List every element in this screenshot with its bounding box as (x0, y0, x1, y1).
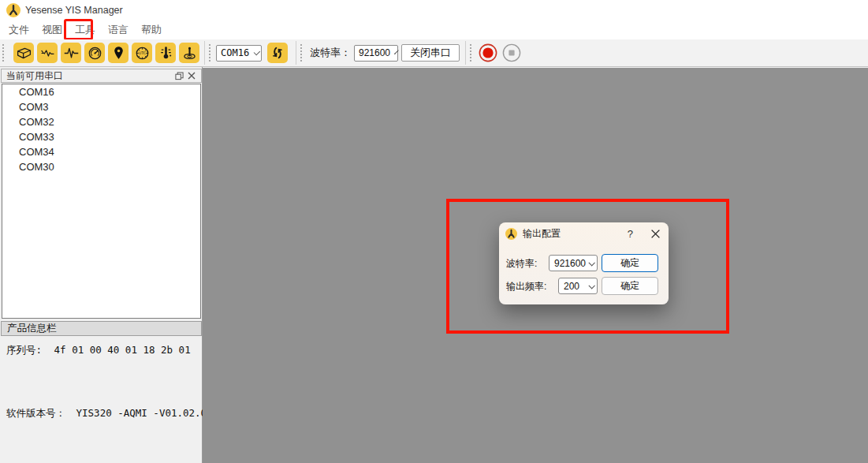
baud-rate-select[interactable]: 921600 (354, 45, 398, 62)
probe-icon[interactable] (179, 43, 199, 63)
list-item-port[interactable]: COM32 (2, 114, 200, 129)
gauge-icon[interactable] (84, 43, 105, 63)
serial-number-line: 序列号: 4f 01 00 40 01 18 2b 01 (6, 344, 191, 357)
toolbar-grip[interactable] (209, 44, 212, 62)
baud-rate-row: 波特率: 921600 确定 (505, 255, 662, 272)
dialog-baud-value: 921600 (554, 258, 586, 269)
attitude-waveform-icon[interactable] (37, 43, 58, 63)
refresh-ports-button[interactable] (267, 43, 288, 63)
list-item-port[interactable]: COM16 (2, 84, 200, 99)
thermometer-icon[interactable] (155, 43, 176, 63)
chevron-down-icon (254, 48, 260, 54)
record-button[interactable] (478, 43, 498, 63)
toolbar-separator (296, 41, 296, 65)
ports-panel-header: 当前可用串口 (1, 69, 202, 83)
main-workspace: 输出配置 ? 波特率: 921600 确定 输出频率: 200 (203, 68, 868, 463)
dialog-output-rate-label: 输出频率: (506, 280, 546, 293)
toolbar-grip[interactable] (470, 44, 473, 62)
yesense-logo-icon (6, 3, 20, 17)
chevron-down-icon (588, 260, 594, 266)
list-item-port[interactable]: COM3 (2, 99, 200, 114)
toolbar: UTC COM16 波特率： 921600 关闭串口 (0, 39, 868, 67)
close-serial-port-button[interactable]: 关闭串口 (401, 44, 460, 62)
chevron-down-icon (588, 282, 594, 289)
list-item-port[interactable]: COM34 (2, 144, 200, 159)
product-info-title: 产品信息栏 (7, 322, 57, 335)
menu-help[interactable]: 帮助 (140, 21, 162, 39)
menu-bar: 文件 视图 工具 语言 帮助 (0, 21, 868, 39)
menu-language[interactable]: 语言 (107, 21, 129, 39)
dialog-output-rate-value: 200 (564, 281, 579, 292)
dialog-title: 输出配置 (523, 227, 628, 241)
ports-panel-title: 当前可用串口 (6, 69, 173, 83)
available-ports-list: COM16 COM3 COM32 COM33 COM34 COM30 (2, 84, 201, 319)
app-window: Yesense YIS Manager 文件 视图 工具 语言 帮助 UTC (0, 0, 868, 463)
toolbar-separator (204, 41, 205, 65)
dialog-title-bar: 输出配置 ? (499, 222, 669, 245)
software-version-label: 软件版本号： (6, 407, 65, 419)
port-select[interactable]: COM16 (216, 45, 262, 62)
title-bar: Yesense YIS Manager (0, 0, 868, 21)
chevron-down-icon (394, 50, 399, 54)
output-rate-row: 输出频率: 200 确定 (505, 278, 662, 295)
toolbar-grip[interactable] (2, 44, 6, 62)
output-config-dialog: 输出配置 ? 波特率: 921600 确定 输出频率: 200 (499, 222, 669, 304)
serial-number-label: 序列号: (6, 344, 42, 356)
serial-number-value: 4f 01 00 40 01 18 2b 01 (54, 344, 191, 356)
dialog-baud-select[interactable]: 921600 (549, 255, 598, 271)
yesense-logo-icon (505, 228, 517, 240)
product-info-header: 产品信息栏 (1, 321, 202, 336)
list-item-port[interactable]: COM30 (2, 159, 200, 174)
toolbar-separator (465, 41, 466, 65)
dialog-help-button[interactable]: ? (628, 228, 633, 240)
dialog-baud-label: 波特率: (506, 257, 537, 271)
baud-rate-label: 波特率： (310, 46, 351, 60)
location-pin-icon[interactable] (108, 43, 129, 63)
dialog-close-icon[interactable] (650, 229, 661, 239)
cube-3d-icon[interactable] (13, 43, 34, 63)
toolbar-grip[interactable] (300, 44, 304, 62)
dialog-output-rate-select[interactable]: 200 (558, 278, 598, 294)
stop-button[interactable] (501, 43, 522, 63)
port-select-value: COM16 (221, 47, 249, 58)
software-version-line: 软件版本号： YIS320 -AQMI -V01.02.03; (6, 407, 218, 420)
baud-confirm-button[interactable]: 确定 (602, 254, 658, 272)
baud-rate-value: 921600 (359, 47, 390, 58)
menu-tools[interactable]: 工具 (74, 21, 96, 39)
output-rate-confirm-button[interactable]: 确定 (602, 277, 658, 295)
utc-clock-icon[interactable]: UTC (132, 43, 152, 63)
pulse-waveform-icon[interactable] (61, 43, 81, 63)
svg-text:UTC: UTC (138, 51, 146, 55)
float-panel-icon[interactable] (173, 70, 185, 81)
list-item-port[interactable]: COM33 (2, 129, 200, 144)
menu-file[interactable]: 文件 (8, 21, 30, 39)
window-title: Yesense YIS Manager (25, 5, 123, 16)
close-panel-icon[interactable] (185, 70, 198, 81)
software-version-value: YIS320 -AQMI -V01.02.03; (76, 407, 219, 419)
menu-view[interactable]: 视图 (41, 21, 63, 39)
